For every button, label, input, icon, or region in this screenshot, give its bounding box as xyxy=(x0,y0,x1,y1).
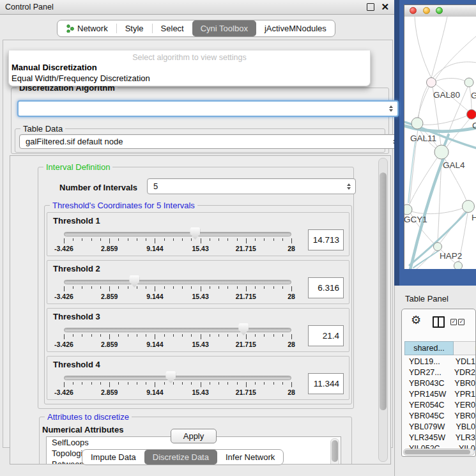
tick-label: 21.715 xyxy=(236,245,256,252)
close-traffic-light-icon[interactable] xyxy=(410,7,417,14)
number-of-intervals-combobox[interactable]: 5 xyxy=(147,178,356,194)
tick-mark xyxy=(182,238,183,241)
tick-mark xyxy=(264,382,265,385)
apply-button[interactable]: Apply xyxy=(171,429,217,443)
table-row[interactable]: YER054CYER0 xyxy=(404,399,475,410)
tick-mark xyxy=(219,238,219,241)
thresholds-group: Threshold's Coordinates for 5 Intervals … xyxy=(44,205,352,404)
tab-network[interactable]: Network xyxy=(58,20,116,36)
tick-mark xyxy=(73,238,73,241)
tick-mark xyxy=(282,238,283,241)
column-header[interactable]: shared... xyxy=(404,341,454,355)
algorithm-option[interactable]: Manual Discretization xyxy=(9,62,370,73)
cell-shared-name: YLR345W xyxy=(404,433,450,442)
tick-mark xyxy=(100,382,101,385)
panel-scrollbar[interactable] xyxy=(378,158,388,462)
gear-icon[interactable]: ⚙ xyxy=(411,314,421,326)
tick-mark xyxy=(64,382,65,387)
slider-tick-labels: -3.4262.8599.14415.4321.71528 xyxy=(64,341,291,348)
threshold-slider[interactable]: -3.4262.8599.14415.4321.71528 xyxy=(47,309,304,351)
tick-mark xyxy=(91,286,92,289)
tab-cyni-toolbox[interactable]: Cyni Toolbox xyxy=(192,20,256,36)
tab-select[interactable]: Select xyxy=(153,20,192,36)
threshold-value-field[interactable]: 11.344 xyxy=(308,373,344,394)
tick-mark xyxy=(128,382,128,385)
gal4-node[interactable] xyxy=(434,145,449,159)
tab-label: Discretize Data xyxy=(153,452,209,462)
tick-mark xyxy=(109,382,110,387)
list-scrollbar[interactable] xyxy=(330,438,339,464)
top-right-node[interactable] xyxy=(464,78,473,87)
cell-shared-name: YBL079W xyxy=(404,422,450,431)
tick-mark xyxy=(82,382,82,385)
tick-label: 21.715 xyxy=(236,293,256,300)
tick-mark xyxy=(118,238,119,241)
algorithm-combobox[interactable] xyxy=(17,100,399,117)
threshold-slider[interactable]: -3.4262.8599.14415.4321.71528 xyxy=(47,213,304,256)
red-node[interactable] xyxy=(467,110,476,119)
right-node[interactable] xyxy=(463,201,475,213)
tick-label: -3.426 xyxy=(54,341,73,348)
tick-label: 28 xyxy=(288,388,295,396)
table-data-combobox[interactable]: galFiltered.sif default node xyxy=(19,134,402,149)
select-columns-icon[interactable]: ✓ ✓ xyxy=(450,319,464,325)
minimize-traffic-light-icon[interactable] xyxy=(423,7,430,14)
slider-track xyxy=(64,376,291,380)
threshold-slider[interactable]: -3.4262.8599.14415.4321.71528 xyxy=(47,357,304,399)
table-horizontal-scrollbar[interactable] xyxy=(403,449,475,456)
threshold-value-field[interactable]: 21.4 xyxy=(308,325,344,346)
tick-label: -3.426 xyxy=(54,388,73,396)
tick-mark xyxy=(128,286,128,289)
cell-name: YDL1 xyxy=(450,357,475,366)
float-window-icon[interactable] xyxy=(367,3,374,11)
tick-label: 15.43 xyxy=(192,341,208,348)
tab-label: Cyni Toolbox xyxy=(201,24,248,33)
interval-definition-group: Interval Definition Number of Intervals … xyxy=(38,167,354,409)
tab-jactivemnodules[interactable]: jActiveMNodules xyxy=(256,20,335,36)
tick-mark xyxy=(137,238,137,241)
control-panel-titlebar: Control Panel ✕ xyxy=(0,0,394,15)
slider-ticks xyxy=(64,334,291,340)
tab-style[interactable]: Style xyxy=(117,20,152,36)
gal80-node[interactable] xyxy=(427,78,436,88)
tick-mark xyxy=(146,238,146,241)
threshold-slider[interactable]: -3.4262.8599.14415.4321.71528 xyxy=(47,261,304,303)
control-panel-tabs: NetworkStyleSelectCyni ToolboxjActiveMNo… xyxy=(57,20,335,37)
columns-icon[interactable] xyxy=(433,316,445,328)
tick-mark xyxy=(109,334,110,339)
gcy1-node[interactable] xyxy=(404,204,412,215)
tick-mark xyxy=(246,334,247,339)
tab-label: jActiveMNodules xyxy=(265,24,326,33)
tick-mark xyxy=(219,334,219,337)
threshold-value-field[interactable]: 6.316 xyxy=(308,277,344,298)
node-label: C xyxy=(472,121,476,130)
table-row[interactable]: YBR045CYBR0 xyxy=(404,410,475,421)
table-row[interactable]: YDL19...YDL1 xyxy=(404,356,475,367)
table-row[interactable]: YBL079WYBL0 xyxy=(404,421,475,432)
bottom-node[interactable] xyxy=(454,262,463,270)
table-row[interactable]: YDR27...YDR2 xyxy=(404,367,475,378)
table-row[interactable]: YPR145WYPR1 xyxy=(404,388,475,399)
cell-shared-name: YER054C xyxy=(404,401,449,410)
tab-discretize-data[interactable]: Discretize Data xyxy=(144,450,217,464)
gal11-node[interactable] xyxy=(411,118,423,129)
tab-label: Impute Data xyxy=(91,452,136,462)
hap2-node[interactable] xyxy=(434,243,442,251)
tab-impute-data[interactable]: Impute Data xyxy=(82,450,144,464)
column-header[interactable]: na xyxy=(454,341,476,355)
algorithm-option[interactable]: Equal Width/Frequency Discretization xyxy=(9,73,370,84)
tick-mark xyxy=(255,286,256,289)
network-canvas[interactable]: GAL80GAGAL11CGAL4GCY1HHAP2 xyxy=(404,17,476,269)
table-row[interactable]: YLR345WYLR3 xyxy=(404,432,475,443)
tick-label: 9.144 xyxy=(146,341,163,348)
zoom-traffic-light-icon[interactable] xyxy=(436,7,443,14)
panel-title: Control Panel xyxy=(5,3,367,12)
tab-label: Select xyxy=(161,24,184,33)
threshold-value-field[interactable]: 14.713 xyxy=(308,229,344,250)
cell-name: YLR3 xyxy=(450,433,475,442)
tab-infer-network[interactable]: Infer Network xyxy=(217,450,283,464)
close-icon[interactable]: ✕ xyxy=(381,4,389,10)
table-row[interactable]: YBR043CYBR0 xyxy=(404,378,475,388)
slider-tick-labels: -3.4262.8599.14415.4321.71528 xyxy=(64,388,291,396)
tick-mark xyxy=(291,286,292,291)
